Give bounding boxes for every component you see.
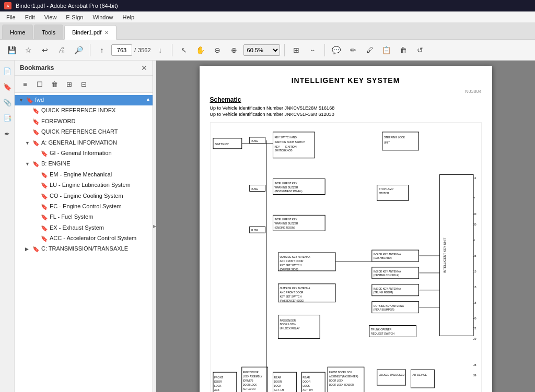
menu-view[interactable]: View <box>40 13 61 21</box>
bm-label-fwd: fwd <box>35 96 145 104</box>
menu-edit[interactable]: Edit <box>21 13 39 21</box>
stamp-button[interactable]: 📋 <box>379 43 394 57</box>
arrow-engine: ▼ <box>25 161 32 168</box>
comment-button[interactable]: 💬 <box>329 43 344 57</box>
bookmark-em[interactable]: 🔖 EM - Engine Mechanical <box>15 170 153 180</box>
svg-text:30: 30 <box>473 223 476 226</box>
bm-icon-co: 🔖 <box>41 193 48 200</box>
bm-icon-qrc: 🔖 <box>32 128 40 136</box>
sidebar-collapse-button[interactable]: ⊟ <box>77 78 90 90</box>
bookmark-fl[interactable]: 🔖 FL - Fuel System <box>15 212 153 222</box>
bookmark-qri[interactable]: 🔖 QUICK REFERENCE INDEX <box>15 105 153 116</box>
sidebar-expand-button[interactable]: ⊞ <box>63 78 75 90</box>
svg-text:(DASHBOARD): (DASHBOARD) <box>373 256 391 259</box>
sidebar-delete-button[interactable]: 🗑 <box>48 78 61 90</box>
page-input[interactable] <box>111 44 132 56</box>
highlight-button[interactable]: 🖊 <box>363 43 377 57</box>
bookmark-qrc[interactable]: 🔖 QUICK REFERENCE CHART <box>15 127 153 137</box>
bm-label-qrc: QUICK REFERENCE CHART <box>41 128 150 136</box>
bookmark-button[interactable]: ☆ <box>21 43 36 57</box>
zoom-out-small-button[interactable]: 🔎 <box>71 43 86 57</box>
menu-help[interactable]: Help <box>119 13 139 21</box>
tab-bar: Home Tools Binder1.pdf ✕ <box>0 23 535 40</box>
svg-text:KNOB: KNOB <box>285 149 293 152</box>
bookmark-ec[interactable]: 🔖 EC - Engine Control System <box>15 201 153 212</box>
sidebar-new-button[interactable]: ☐ <box>33 78 46 90</box>
bookmark-co[interactable]: 🔖 CO - Engine Cooling System <box>15 191 153 201</box>
svg-text:18: 18 <box>473 301 476 304</box>
toolbar-sep-2 <box>172 44 172 56</box>
zoom-out-button[interactable]: ⊖ <box>210 43 225 57</box>
toolbar: 💾 ☆ ↩ 🖨 🔎 ↑ / 3562 ↓ ↖ ✋ ⊖ ⊕ 60.5% 50% 7… <box>0 40 535 61</box>
bookmark-gen-info[interactable]: ▼ 🔖 A: GENERAL INFORMATION <box>15 138 153 148</box>
cursor-button[interactable]: ↖ <box>177 43 191 57</box>
fit-page-button[interactable]: ⊞ <box>289 43 304 57</box>
bookmark-lu[interactable]: 🔖 LU - Engine Lubrication System <box>15 180 153 191</box>
back-button[interactable]: ↩ <box>38 43 52 57</box>
svg-text:IGNITION KNOB SWITCH: IGNITION KNOB SWITCH <box>274 140 305 144</box>
menu-esign[interactable]: E-Sign <box>62 13 87 21</box>
svg-text:DOOR: DOOR <box>274 380 282 383</box>
svg-text:KEY SET SWITCH: KEY SET SWITCH <box>280 264 301 267</box>
zoom-in-button[interactable]: ⊕ <box>227 43 241 57</box>
zoom-select[interactable]: 60.5% 50% 75% 100% 125% <box>243 44 280 56</box>
bookmark-trans[interactable]: ▶ 🔖 C: TRANSMISSION/TRANSAXLE <box>15 244 153 254</box>
tab-close-icon[interactable]: ✕ <box>104 30 109 35</box>
attachments-icon[interactable]: 📎 <box>1 96 14 109</box>
tab-binder[interactable]: Binder1.pdf ✕ <box>64 25 117 40</box>
sidebar-options-button[interactable]: ≡ <box>19 78 31 90</box>
svg-text:OUTSIDE KEY ANTENNA: OUTSIDE KEY ANTENNA <box>280 287 310 290</box>
svg-text:BATTERY: BATTERY <box>214 142 228 146</box>
bookmarks-tree: ▼ 🔖 fwd ▲ 🔖 QUICK REFERENCE INDEX 🔖 FORE… <box>15 93 153 392</box>
svg-text:ACT. LH: ACT. LH <box>274 388 284 391</box>
pencil-button[interactable]: ✏ <box>346 43 360 57</box>
svg-text:KEY SET SWITCH: KEY SET SWITCH <box>280 295 301 298</box>
svg-text:FUSE: FUSE <box>250 229 258 232</box>
undo-button[interactable]: ↺ <box>413 43 427 57</box>
svg-text:WARNING BUZZER: WARNING BUZZER <box>274 222 298 225</box>
tab-home[interactable]: Home <box>2 25 33 39</box>
bm-icon-fwd: 🔖 <box>26 97 33 104</box>
svg-text:4: 4 <box>473 239 475 242</box>
signature-icon[interactable]: ✒ <box>1 127 14 140</box>
svg-text:AIT DEVICE: AIT DEVICE <box>412 373 427 376</box>
svg-text:REAR: REAR <box>274 376 281 379</box>
sidebar-close-button[interactable]: ✕ <box>141 64 147 72</box>
bm-label-acc: ACC - Accelerator Control System <box>50 234 150 242</box>
bm-icon-gi: 🔖 <box>41 150 48 158</box>
tab-binder-label: Binder1.pdf <box>72 29 101 35</box>
svg-text:FUSE: FUSE <box>250 139 258 142</box>
bookmark-fwd[interactable]: ▼ 🔖 fwd ▲ <box>15 95 153 105</box>
app-title: Binder1.pdf - Adobe Acrobat Pro (64-bit) <box>16 3 118 9</box>
bookmark-engine[interactable]: ▼ 🔖 B: ENGINE <box>15 159 153 169</box>
svg-text:7: 7 <box>473 197 475 200</box>
hand-button[interactable]: ✋ <box>193 43 208 57</box>
save-button[interactable]: 💾 <box>4 43 19 57</box>
svg-text:(ENGINE ROOM): (ENGINE ROOM) <box>274 226 295 229</box>
menu-window[interactable]: Window <box>88 13 117 21</box>
bookmark-gi[interactable]: 🔖 GI - General Information <box>15 148 153 159</box>
bm-icon-ec: 🔖 <box>41 203 48 211</box>
bookmark-foreword[interactable]: 🔖 FOREWORD <box>15 116 153 127</box>
svg-text:DOOR LOCK: DOOR LOCK <box>329 379 343 382</box>
bm-icon-lu: 🔖 <box>41 182 48 189</box>
svg-text:AND FRONT DOOR: AND FRONT DOOR <box>280 259 304 263</box>
bookmark-ex[interactable]: 🔖 EX - Exhaust System <box>15 223 153 233</box>
nav-up-button[interactable]: ↑ <box>95 43 109 57</box>
bookmark-acc[interactable]: 🔖 ACC - Accelerator Control System <box>15 233 153 244</box>
svg-text:38: 38 <box>473 363 476 366</box>
fit-width-button[interactable]: ↔ <box>306 43 320 57</box>
svg-text:30: 30 <box>473 212 476 216</box>
delete-button[interactable]: 🗑 <box>396 43 411 57</box>
layers-icon[interactable]: 📑 <box>1 112 14 124</box>
tab-tools[interactable]: Tools <box>34 25 63 39</box>
bm-label-engine: B: ENGINE <box>41 160 150 168</box>
nav-down-button[interactable]: ↓ <box>153 43 168 57</box>
print-button[interactable]: 🖨 <box>54 43 69 57</box>
arrow-fwd: ▼ <box>19 97 26 104</box>
tab-home-label: Home <box>10 29 25 35</box>
pdf-area[interactable]: INTELLIGENT KEY SYSTEM N03804 Schematic … <box>156 61 535 392</box>
pages-icon[interactable]: 📄 <box>1 65 14 77</box>
menu-file[interactable]: File <box>2 13 20 21</box>
bookmarks-panel-icon[interactable]: 🔖 <box>1 80 14 93</box>
